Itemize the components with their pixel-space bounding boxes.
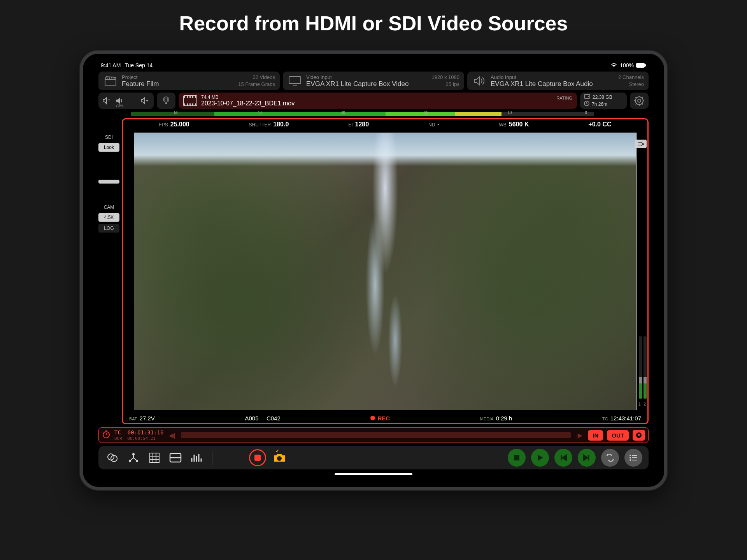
svg-rect-1 <box>645 64 646 66</box>
out-button[interactable]: OUT <box>607 430 629 441</box>
svg-rect-2 <box>289 77 301 84</box>
res-button[interactable]: 4.5K <box>98 213 119 222</box>
settings-button[interactable] <box>630 93 649 109</box>
svg-point-20 <box>277 456 282 461</box>
meter-tick: 0 <box>585 110 587 115</box>
log-button[interactable]: LOG <box>98 224 119 233</box>
nd-param[interactable]: ND- <box>428 121 440 128</box>
prev-button[interactable] <box>554 449 572 467</box>
project-videos: 22 Videos <box>238 74 275 81</box>
grid-button[interactable] <box>147 450 162 466</box>
nodes-button[interactable] <box>126 450 141 466</box>
status-bar: 9:41 AM Tue Sep 14 100% <box>98 61 649 72</box>
list-button[interactable] <box>624 449 642 467</box>
audio-input-label: Audio Input <box>491 74 614 80</box>
play-button[interactable] <box>531 449 549 467</box>
storage-box[interactable]: 22.38 GB 7h 26m <box>580 93 627 109</box>
file-name: 2023-10-07_18-22-23_BDE1.mov <box>201 100 552 107</box>
audio-input-name: EVGA XR1 Lite Capture Box Audio <box>491 80 614 88</box>
side-slider[interactable] <box>98 180 119 184</box>
next-button[interactable] <box>578 449 596 467</box>
device-frame: 9:41 AM Tue Sep 14 100% Project Feature … <box>80 51 667 490</box>
loop-button[interactable] <box>601 449 619 467</box>
wb-param[interactable]: WB5600 K <box>499 121 529 128</box>
volume-percent: 70% <box>116 103 123 108</box>
meter-tick: -30 <box>340 110 345 115</box>
left-side-buttons: SDI Look CAM 4.5K LOG <box>98 118 119 424</box>
route-button[interactable] <box>635 140 647 148</box>
svg-point-22 <box>630 455 631 456</box>
file-size: 74.4 MB <box>201 94 552 100</box>
status-battery-pct: 100% <box>620 62 634 68</box>
sdi-label: SDI <box>98 134 119 141</box>
audio-input-box[interactable]: Audio Input EVGA XR1 Lite Capture Box Au… <box>467 72 649 90</box>
svg-point-3 <box>165 98 168 101</box>
histogram-button[interactable] <box>189 450 204 466</box>
scopes-circles-button[interactable] <box>105 450 120 466</box>
audio-meters <box>639 336 647 399</box>
svg-rect-18 <box>150 453 159 462</box>
shutter-param[interactable]: SHUTTER180.0 <box>249 121 289 128</box>
meter-tick: -10 <box>506 110 512 115</box>
storage-time: 7h 26m <box>592 102 607 107</box>
camera-status-strip: BAT27.2V A005 C042 REC MEDIA0:29 h TC12:… <box>123 413 647 423</box>
timeline-next-button[interactable]: |▶ <box>575 432 584 439</box>
project-grabs: 15 Frame Grabs <box>238 81 275 88</box>
file-box[interactable]: 74.4 MB 2023-10-07_18-22-23_BDE1.mov RAT… <box>179 93 577 109</box>
video-res: 1920 x 1080 <box>431 74 459 81</box>
video-input-label: Video Input <box>306 74 428 80</box>
video-input-name: EVGA XR1 Lite Capture Box Video <box>306 80 428 88</box>
audio-fmt: Stereo <box>618 81 644 88</box>
timeline-timecode: TC 00:01:31:16 DUR 00:00:54:21 <box>114 429 163 441</box>
svg-point-24 <box>630 459 631 461</box>
timeline-prev-button[interactable]: ◀| <box>167 432 177 439</box>
volume-box: 70% <box>98 93 154 109</box>
storage-free: 22.38 GB <box>593 94 612 100</box>
home-indicator[interactable] <box>335 473 412 475</box>
separator <box>212 451 212 465</box>
rating-value: – <box>556 101 572 106</box>
fps-param[interactable]: FPS25.000 <box>159 121 189 128</box>
media-status: MEDIA0:29 h <box>480 415 512 422</box>
split-button[interactable] <box>168 450 183 466</box>
video-area[interactable]: 1 2 <box>134 133 637 410</box>
video-input-box[interactable]: Video Input EVGA XR1 Lite Capture Box Vi… <box>283 72 464 90</box>
frame-grab-button[interactable]: ✓ <box>272 450 287 466</box>
stop-button[interactable] <box>508 449 526 467</box>
battery-status: BAT27.2V <box>129 415 155 422</box>
stopwatch-icon[interactable] <box>102 430 110 440</box>
ei-param[interactable]: EI1280 <box>348 121 369 128</box>
audio-channels: 2 Channels <box>618 74 644 81</box>
cc-param[interactable]: +0.0 CC <box>588 121 611 128</box>
viewer-wrap: SDI Look CAM 4.5K LOG FPS25.000 SHUTTER1… <box>98 118 649 424</box>
reel-clip: A005 C042 <box>245 415 280 422</box>
timeline-close-button[interactable] <box>633 430 645 441</box>
monitor-icon <box>288 75 302 87</box>
camera-params: FPS25.000 SHUTTER180.0 EI1280 ND- WB5600… <box>123 119 647 130</box>
project-box[interactable]: Project Feature Film 22 Videos 15 Frame … <box>98 72 280 90</box>
clapper-icon <box>103 75 118 87</box>
timeline: TC 00:01:31:16 DUR 00:00:54:21 ◀| |▶ IN … <box>98 427 649 443</box>
timeline-track[interactable] <box>181 432 571 438</box>
project-label: Project <box>122 74 234 80</box>
svg-point-6 <box>588 96 589 97</box>
project-name: Feature Film <box>122 80 234 88</box>
meter-ch-1: 1 <box>638 402 641 406</box>
airplay-button[interactable] <box>157 93 175 109</box>
status-date: Tue Sep 14 <box>124 62 153 68</box>
rec-indicator: REC <box>370 415 390 422</box>
meter-ch-2: 2 <box>644 402 646 406</box>
volume-up-button[interactable] <box>140 97 150 105</box>
volume-down-button[interactable] <box>102 97 112 105</box>
viewer: FPS25.000 SHUTTER180.0 EI1280 ND- WB5600… <box>122 118 649 424</box>
look-button[interactable]: Look <box>98 143 119 152</box>
svg-point-23 <box>630 457 631 458</box>
record-button[interactable] <box>249 449 266 466</box>
in-button[interactable]: IN <box>588 430 603 441</box>
rating-label: RATING <box>556 95 572 101</box>
battery-icon <box>636 63 646 68</box>
audio-meter-strip: -50 -40 -30 -20 -10 0 <box>131 111 594 117</box>
svg-point-9 <box>638 99 641 102</box>
meter-tick: -40 <box>256 110 261 115</box>
info-row: Project Feature Film 22 Videos 15 Frame … <box>98 72 649 90</box>
